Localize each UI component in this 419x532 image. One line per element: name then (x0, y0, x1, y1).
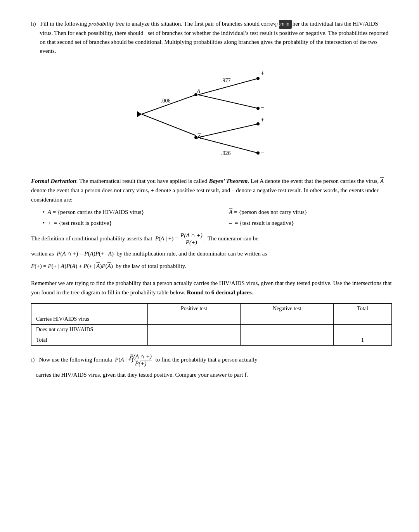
svg-point-11 (256, 122, 260, 125)
plus-sign-Abar: + (261, 116, 264, 123)
row-label-not-carry: Does not carry HIV/AIDS (31, 324, 148, 335)
table-row-carries: Carries HIV/AIDS virus (31, 314, 392, 324)
cond-prob-frac: P(A ∩ +)P(+) (180, 232, 203, 246)
bayes-formula-frac: P(A ∩ +)P(+) (140, 353, 152, 367)
cell-carries-negative[interactable] (241, 314, 334, 324)
bullet-A: • A = {person carries the HIV/AIDS virus… (43, 207, 206, 217)
section-i-text: i) Now use the following formula P(A | +… (31, 353, 392, 367)
remember-section: Remember we are trying to find the proba… (31, 278, 392, 297)
bullets-left: • A = {person carries the HIV/AIDS virus… (43, 207, 206, 229)
cell-total-total: 1 (334, 335, 392, 345)
bullets-right: A = {person does not carry virus} – = {t… (229, 207, 392, 229)
row-label-total: Total (31, 335, 148, 345)
table-header-negative: Negative test (241, 303, 334, 314)
table-row-not-carry: Does not carry HIV/AIDS (31, 324, 392, 335)
svg-point-7 (256, 77, 260, 80)
svg-line-9 (198, 124, 258, 137)
section-h: h) Fill in the following probability tre… (31, 19, 392, 56)
probability-tree: A A̅ .006 .977 + − (111, 64, 312, 165)
bullet-plus: • + = {test result is positive} (43, 218, 206, 228)
formal-para1: Formal Derivation: The mathematical resu… (31, 176, 392, 204)
prob-neg-given-Abar-label: .926 (221, 150, 231, 156)
svg-point-8 (256, 107, 260, 110)
table-header-total: Total (334, 303, 392, 314)
cell-notcarry-positive[interactable] (147, 324, 241, 335)
tree-svg: A A̅ .006 .977 + − (111, 64, 312, 165)
section-i: i) Now use the following formula P(A | +… (31, 353, 392, 379)
cell-total-negative[interactable] (241, 335, 334, 345)
mult-rule-para: written as P(A ∩ +) = P(A)P(+ | A) by th… (31, 249, 392, 258)
zoom-in-badge[interactable]: Zoom in (279, 20, 292, 29)
prob-plus-given-A-label: .977 (221, 78, 231, 83)
label-A: A (196, 88, 201, 94)
svg-marker-2 (137, 111, 142, 117)
table-header-positive: Positive test (147, 303, 241, 314)
cell-total-positive[interactable] (147, 335, 241, 345)
prob-A-label: .006 (161, 98, 171, 104)
svg-line-6 (198, 95, 258, 108)
table-header-empty (31, 303, 148, 314)
section-h-label: h) (31, 21, 39, 27)
cell-carries-positive[interactable] (147, 314, 241, 324)
cell-carries-total[interactable] (334, 314, 392, 324)
minus-sign-A: − (261, 104, 264, 111)
svg-line-1 (142, 114, 196, 136)
row-label-carries: Carries HIV/AIDS virus (31, 314, 148, 324)
bullet-list-container: • A = {person carries the HIV/AIDS virus… (43, 207, 392, 229)
table-row-total: Total 1 (31, 335, 392, 345)
svg-point-4 (194, 136, 197, 139)
svg-point-12 (256, 151, 260, 155)
bullet-minus: – = {test result is negative} (229, 218, 392, 228)
cond-prob-para: The definition of conditional probabilit… (31, 232, 392, 246)
cell-notcarry-negative[interactable] (241, 324, 334, 335)
remember-text: Remember we are trying to find the proba… (31, 278, 392, 297)
section-h-text: h) Fill in the following probability tre… (31, 19, 392, 56)
formal-derivation: Formal Derivation: The mathematical resu… (31, 176, 392, 271)
section-i-continues: carries the HIV/AIDS virus, given that t… (31, 370, 392, 379)
bullet-Abar: A = {person does not carry virus} (229, 207, 392, 217)
section-i-label: i) (31, 356, 39, 363)
section-h-intro: Fill in the following probability tree t… (40, 21, 389, 54)
plus-sign-A: + (261, 70, 264, 76)
total-prob-para: P(+) = P(+ | A)P(A) + P(+ | A)P(A) by th… (31, 261, 392, 271)
minus-sign-Abar: − (261, 150, 264, 156)
svg-point-3 (194, 93, 197, 96)
probability-table: Positive test Negative test Total Carrie… (31, 303, 392, 346)
cell-notcarry-total[interactable] (334, 324, 392, 335)
